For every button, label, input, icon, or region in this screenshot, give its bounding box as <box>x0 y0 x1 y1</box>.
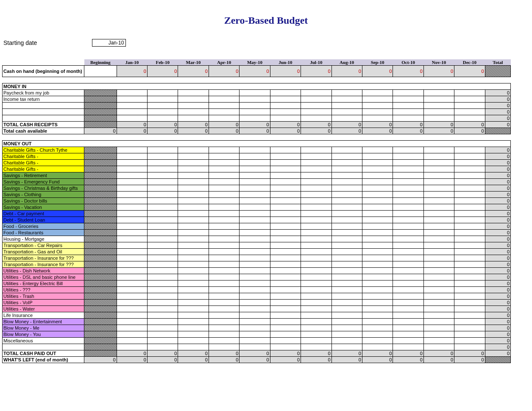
cash-on-hand-value[interactable]: 0 <box>454 66 485 77</box>
month-cell[interactable] <box>423 109 454 115</box>
month-cell[interactable] <box>147 185 178 192</box>
month-cell[interactable] <box>423 268 454 274</box>
month-cell[interactable] <box>209 261 239 268</box>
month-cell[interactable] <box>240 160 270 166</box>
month-cell[interactable] <box>393 153 423 160</box>
starting-date-input[interactable]: Jan-10 <box>92 39 126 47</box>
month-cell[interactable] <box>178 280 209 287</box>
month-cell[interactable] <box>117 255 147 261</box>
month-cell[interactable] <box>362 293 393 300</box>
month-cell[interactable] <box>270 344 301 350</box>
month-cell[interactable] <box>147 96 178 103</box>
month-cell[interactable] <box>270 96 301 103</box>
month-cell[interactable] <box>393 160 423 166</box>
month-cell[interactable] <box>454 268 485 274</box>
month-cell[interactable] <box>240 255 270 261</box>
month-cell[interactable] <box>240 109 270 115</box>
month-cell[interactable] <box>209 293 239 300</box>
month-cell[interactable] <box>240 338 270 344</box>
month-cell[interactable] <box>209 217 239 223</box>
month-cell[interactable] <box>270 153 301 160</box>
month-cell[interactable] <box>393 325 423 331</box>
month-cell[interactable] <box>362 325 393 331</box>
month-cell[interactable] <box>423 274 454 280</box>
money-out-label[interactable]: Savings - Retirement <box>3 172 84 179</box>
month-cell[interactable] <box>454 312 485 319</box>
cash-on-hand-value[interactable]: 0 <box>362 66 393 77</box>
money-out-label[interactable]: Blow Money - Me <box>3 325 84 331</box>
month-cell[interactable] <box>178 344 209 350</box>
month-cell[interactable] <box>454 166 485 172</box>
month-cell[interactable] <box>147 268 178 274</box>
month-cell[interactable] <box>147 255 178 261</box>
month-cell[interactable] <box>331 109 362 115</box>
month-cell[interactable] <box>393 96 423 103</box>
month-cell[interactable] <box>331 249 362 255</box>
month-cell[interactable] <box>423 306 454 312</box>
month-cell[interactable] <box>301 300 331 306</box>
money-in-label[interactable]: Paycheck from my job <box>3 90 84 96</box>
month-cell[interactable] <box>117 293 147 300</box>
month-cell[interactable] <box>147 306 178 312</box>
month-cell[interactable] <box>240 115 270 122</box>
month-cell[interactable] <box>209 211 239 217</box>
month-cell[interactable] <box>331 153 362 160</box>
month-cell[interactable] <box>147 166 178 172</box>
month-cell[interactable] <box>270 338 301 344</box>
cash-on-hand-value[interactable]: 0 <box>393 66 423 77</box>
month-cell[interactable] <box>270 331 301 338</box>
month-cell[interactable] <box>117 217 147 223</box>
month-cell[interactable] <box>301 211 331 217</box>
month-cell[interactable] <box>209 280 239 287</box>
month-cell[interactable] <box>117 109 147 115</box>
month-cell[interactable] <box>362 211 393 217</box>
month-cell[interactable] <box>147 90 178 96</box>
month-cell[interactable] <box>270 179 301 185</box>
month-cell[interactable] <box>117 242 147 249</box>
month-cell[interactable] <box>147 331 178 338</box>
month-cell[interactable] <box>147 274 178 280</box>
month-cell[interactable] <box>331 274 362 280</box>
month-cell[interactable] <box>301 325 331 331</box>
month-cell[interactable] <box>454 217 485 223</box>
money-out-label[interactable]: Utilities - DSL and basic phone line <box>3 274 84 280</box>
money-out-label[interactable]: Charitable Gifts - <box>3 166 84 172</box>
month-cell[interactable] <box>331 160 362 166</box>
month-cell[interactable] <box>393 90 423 96</box>
month-cell[interactable] <box>270 90 301 96</box>
month-cell[interactable] <box>178 96 209 103</box>
money-out-label[interactable]: Blow Money - Entertainment <box>3 319 84 325</box>
month-cell[interactable] <box>270 147 301 153</box>
month-cell[interactable] <box>178 223 209 230</box>
cash-on-hand-value[interactable]: 0 <box>331 66 362 77</box>
month-cell[interactable] <box>240 179 270 185</box>
month-cell[interactable] <box>331 179 362 185</box>
month-cell[interactable] <box>331 192 362 198</box>
month-cell[interactable] <box>423 217 454 223</box>
month-cell[interactable] <box>393 230 423 236</box>
month-cell[interactable] <box>209 103 239 109</box>
month-cell[interactable] <box>331 204 362 211</box>
month-cell[interactable] <box>178 261 209 268</box>
month-cell[interactable] <box>423 331 454 338</box>
month-cell[interactable] <box>117 338 147 344</box>
month-cell[interactable] <box>454 338 485 344</box>
month-cell[interactable] <box>331 90 362 96</box>
month-cell[interactable] <box>147 230 178 236</box>
month-cell[interactable] <box>423 147 454 153</box>
month-cell[interactable] <box>270 325 301 331</box>
month-cell[interactable] <box>270 236 301 242</box>
month-cell[interactable] <box>240 103 270 109</box>
month-cell[interactable] <box>178 147 209 153</box>
cash-on-hand-value[interactable]: 0 <box>209 66 239 77</box>
month-cell[interactable] <box>331 280 362 287</box>
month-cell[interactable] <box>362 160 393 166</box>
month-cell[interactable] <box>147 236 178 242</box>
month-cell[interactable] <box>331 300 362 306</box>
month-cell[interactable] <box>209 109 239 115</box>
month-cell[interactable] <box>270 172 301 179</box>
month-cell[interactable] <box>117 287 147 293</box>
month-cell[interactable] <box>301 338 331 344</box>
money-out-label[interactable]: Transportation - Insurance for ??? <box>3 255 84 261</box>
month-cell[interactable] <box>362 198 393 204</box>
